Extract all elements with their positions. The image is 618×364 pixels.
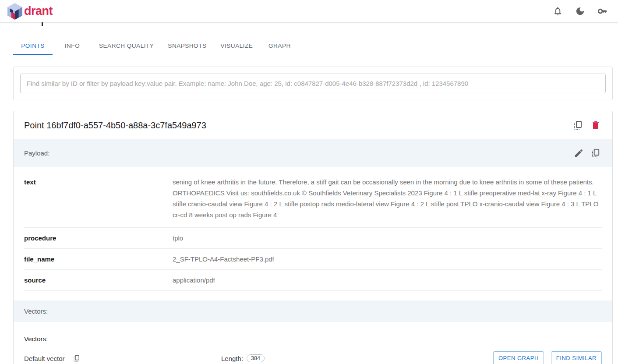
tab-graph[interactable]: GRAPH xyxy=(260,37,299,55)
vector-length: Length: 384 xyxy=(221,354,265,362)
notifications-bell-icon[interactable] xyxy=(551,4,565,18)
vectors-heading: Vectors: xyxy=(24,335,602,343)
vectors-band: Vectors: xyxy=(14,300,612,322)
appbar-actions xyxy=(551,4,611,18)
payload-key: file_name xyxy=(24,249,173,269)
qdrant-logo[interactable]: drant xyxy=(7,3,53,20)
point-title: Point 16bf7df0-a557-4b50-a88a-3c7fa549a9… xyxy=(24,120,568,131)
payload-label: Payload: xyxy=(24,149,49,157)
vectors-section: Vectors: Default vector Length: 384 OPEN… xyxy=(14,322,612,364)
payload-value: application/pdf xyxy=(173,270,602,290)
search-input[interactable] xyxy=(20,74,606,93)
payload-rows: text sening of knee arthritis in the fut… xyxy=(14,167,612,291)
qdrant-logo-icon xyxy=(7,3,23,20)
payload-row-file-name: file_name 2_SF-TPLO-A4-Factsheet-PF3.pdf xyxy=(24,249,602,270)
payload-key: text xyxy=(24,170,173,227)
payload-row-procedure: procedure tplo xyxy=(24,228,602,249)
point-card: Point 16bf7df0-a557-4b50-a88a-3c7fa549a9… xyxy=(13,111,613,364)
length-chip: 384 xyxy=(247,354,265,362)
default-vector-label: Default vector xyxy=(24,355,65,362)
qdrant-logo-text: drant xyxy=(24,5,53,17)
api-key-icon[interactable] xyxy=(596,4,609,18)
copy-vector-icon[interactable] xyxy=(71,353,82,364)
payload-row-text: text sening of knee arthritis in the fut… xyxy=(24,170,602,228)
copy-point-icon[interactable] xyxy=(571,118,585,132)
payload-value: 2_SF-TPLO-A4-Factsheet-PF3.pdf xyxy=(173,249,602,269)
default-vector-row: Default vector Length: 384 OPEN GRAPH FI… xyxy=(24,351,602,364)
vectors-band-label: Vectors: xyxy=(24,307,48,315)
delete-point-icon[interactable] xyxy=(589,118,603,132)
tab-visualize[interactable]: VISUALIZE xyxy=(213,37,260,55)
payload-value: sening of knee arthritis in the future. … xyxy=(173,170,602,227)
dark-mode-moon-icon[interactable] xyxy=(573,4,587,18)
payload-band: Payload: xyxy=(14,139,612,167)
clipped-page-title-fragment xyxy=(42,22,43,26)
find-similar-button[interactable]: FIND SIMILAR xyxy=(551,351,602,364)
tab-search-quality[interactable]: SEARCH QUALITY xyxy=(92,37,161,55)
payload-row-source: source application/pdf xyxy=(24,270,602,291)
payload-value: tplo xyxy=(173,228,602,248)
payload-key: source xyxy=(24,270,173,290)
search-panel xyxy=(13,67,613,100)
length-label: Length: xyxy=(221,355,243,362)
edit-payload-icon[interactable] xyxy=(572,146,586,160)
point-header: Point 16bf7df0-a557-4b50-a88a-3c7fa549a9… xyxy=(14,111,612,139)
payload-key: procedure xyxy=(24,228,173,248)
tab-points[interactable]: POINTS xyxy=(13,37,53,55)
tab-info[interactable]: INFO xyxy=(53,37,92,55)
open-graph-button[interactable]: OPEN GRAPH xyxy=(493,351,544,364)
copy-payload-icon[interactable] xyxy=(589,146,603,160)
app-header: drant xyxy=(0,0,618,23)
tab-snapshots[interactable]: SNAPSHOTS xyxy=(161,37,213,55)
collection-tabs: POINTS INFO SEARCH QUALITY SNAPSHOTS VIS… xyxy=(13,37,613,55)
